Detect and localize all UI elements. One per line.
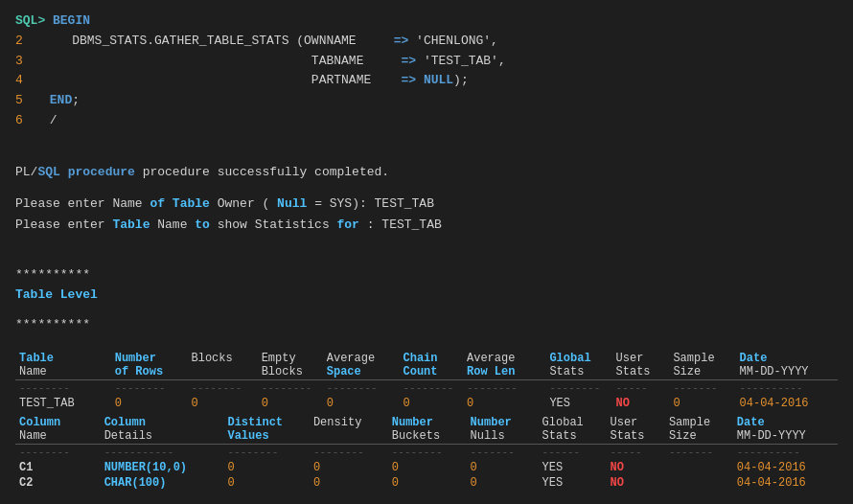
code-content-3: TABNAME xyxy=(42,52,401,72)
ctd-distinct-c1: 0 xyxy=(223,460,309,475)
code-line-5: 5 END ; xyxy=(15,91,838,111)
info-line-1: Please enter Name of Table Owner ( Null … xyxy=(15,194,838,215)
info2-pre: Please enter xyxy=(15,218,112,232)
line-num-3: 3 xyxy=(15,52,42,72)
ctd-sample-c2 xyxy=(665,475,733,491)
arrow-4: => xyxy=(401,71,416,91)
th-num-rows: Number of Rows xyxy=(111,351,188,380)
cth-nulls: Number Nulls xyxy=(467,415,539,445)
info1-val: TEST_TAB xyxy=(375,196,434,211)
table-data-row: TEST_TAB 0 0 0 0 0 0 YES NO 0 04-04-2016 xyxy=(15,396,838,411)
kw-procedure-txt xyxy=(60,165,68,179)
stars-2-text: ********** xyxy=(15,317,90,332)
cth-sample-size: Sample Size xyxy=(665,415,733,445)
td-avg-space: 0 xyxy=(323,396,400,411)
ctd-density-c2: 0 xyxy=(310,475,388,491)
table-level-label: Table Level xyxy=(15,287,98,302)
info2-post: show Statistics xyxy=(218,218,337,232)
code-line-6: 6 / xyxy=(15,111,838,131)
kw-procedure: procedure xyxy=(68,165,135,179)
kw-sql: SQL xyxy=(37,165,59,179)
table-level-stats: Table Name Number of Rows Blocks Empty B… xyxy=(15,351,838,411)
td-table-name: TEST_TAB xyxy=(15,396,111,411)
ctd-nulls-c2: 0 xyxy=(467,475,539,491)
stars-1: ********** xyxy=(15,246,838,286)
code-line-1: SQL> BEGIN xyxy=(15,11,838,32)
ctd-col-name-c1: C1 xyxy=(15,460,101,475)
table-header-row: Table Name Number of Rows Blocks Empty B… xyxy=(15,351,838,380)
ctd-sample-c1 xyxy=(665,460,733,475)
info1-null: Null xyxy=(277,196,307,211)
val-3: 'TEST_TAB', xyxy=(416,52,506,72)
cth-user-stats: User Stats xyxy=(607,415,665,445)
td-chain-count: 0 xyxy=(400,396,463,411)
th-table-name: Table Name xyxy=(15,351,111,380)
info2-colon: : xyxy=(367,218,382,232)
ctd-user-c2: NO xyxy=(607,475,665,491)
td-date: 04-04-2016 xyxy=(736,396,838,411)
ctd-col-name-c2: C2 xyxy=(15,475,101,491)
slash-6: / xyxy=(42,111,58,131)
ctd-nulls-c1: 0 xyxy=(467,460,539,475)
code-line-2: 2 DBMS_STATS.GATHER_TABLE_STATS (OWNNAME… xyxy=(15,32,838,52)
info2-for: for xyxy=(337,218,359,232)
th-empty-blocks: Empty Blocks xyxy=(258,351,323,380)
arrow-2: => xyxy=(394,32,409,52)
ctd-date-c2: 04-04-2016 xyxy=(733,475,838,491)
ctd-buckets-c1: 0 xyxy=(388,460,467,475)
ctd-distinct-c2: 0 xyxy=(223,475,309,491)
code-line-3: 3 TABNAME => 'TEST_TAB', xyxy=(15,52,838,72)
info1-table: Table xyxy=(173,196,210,211)
code-line-4: 4 PARTNAME => NULL ); xyxy=(15,71,838,91)
cth-col-details: Column Details xyxy=(101,415,224,445)
code-content-4: PARTNAME xyxy=(42,71,401,91)
ctd-buckets-c2: 0 xyxy=(388,475,467,491)
code-block: SQL> BEGIN 2 DBMS_STATS.GATHER_TABLE_STA… xyxy=(15,11,838,335)
semi-4: ); xyxy=(453,71,469,91)
col-row-c2: C2 CHAR(100) 0 0 0 0 YES NO 04-04-2016 xyxy=(15,475,838,491)
info2-to: to xyxy=(195,218,210,232)
val-2: 'CHENLONG', xyxy=(408,32,498,52)
th-avg-space: Average Space xyxy=(323,351,400,380)
col-separator: -------- ----------- -------- -------- -… xyxy=(15,444,838,460)
ctd-global-c1: YES xyxy=(539,460,607,475)
kw-null: NULL xyxy=(424,71,453,91)
table-level-line: Table Level xyxy=(15,286,838,306)
ctd-date-c1: 04-04-2016 xyxy=(733,460,838,475)
info1-of: of xyxy=(150,196,165,211)
keyword-begin: BEGIN xyxy=(53,11,90,32)
column-level-stats: Column Name Column Details Distinct Valu… xyxy=(15,415,838,491)
info2-val: TEST_TAB xyxy=(381,218,441,232)
info2-mid: Name xyxy=(157,218,195,232)
success-rest: procedure successfully completed. xyxy=(135,165,389,179)
info1-mid: Owner ( xyxy=(218,196,270,211)
cth-col-name: Column Name xyxy=(15,415,101,445)
th-chain-count: Chain Count xyxy=(400,351,463,380)
info2-table: Table xyxy=(112,218,150,232)
semi-5: ; xyxy=(72,91,80,111)
code-content-2: DBMS_STATS.GATHER_TABLE_STATS (OWNNAME xyxy=(42,32,394,52)
td-empty-blocks: 0 xyxy=(258,396,323,411)
ctd-col-details-c1: NUMBER(10,0) xyxy=(101,460,224,475)
th-date: Date MM-DD-YYYY xyxy=(736,351,838,380)
line-num-2: 2 xyxy=(15,32,42,52)
info-line-2: Please enter Table Name to show Statisti… xyxy=(15,215,838,236)
td-sample-size: 0 xyxy=(669,396,735,411)
info1-pre: Please enter Name xyxy=(15,196,150,211)
ctd-global-c2: YES xyxy=(539,475,607,491)
col-row-c1: C1 NUMBER(10,0) 0 0 0 0 YES NO 04-04-201… xyxy=(15,460,838,475)
th-user-stats: User Stats xyxy=(612,351,670,380)
cth-density: Density xyxy=(310,415,388,445)
val-4 xyxy=(416,71,424,91)
info1-eq: = SYS): xyxy=(314,196,374,211)
line-num-6: 6 xyxy=(15,111,42,131)
th-blocks: Blocks xyxy=(188,351,258,380)
arrow-3: => xyxy=(401,52,416,72)
td-user-stats: NO xyxy=(612,396,670,411)
th-global-stats: Global Stats xyxy=(545,351,611,380)
sql-prompt: SQL> xyxy=(15,11,53,32)
cth-buckets: Number Buckets xyxy=(388,415,467,445)
ctd-density-c1: 0 xyxy=(310,460,388,475)
line-num-5: 5 xyxy=(15,91,42,111)
kw-end: END xyxy=(42,91,72,111)
